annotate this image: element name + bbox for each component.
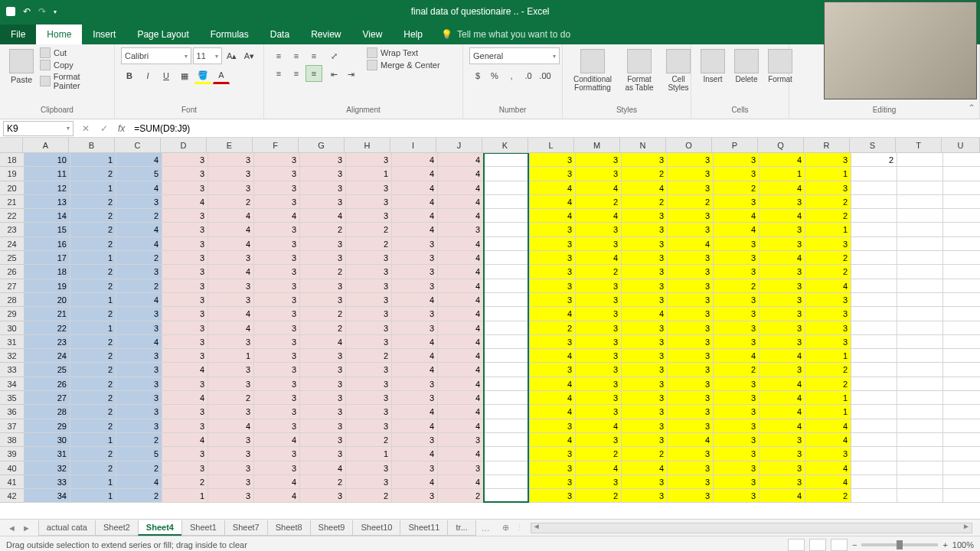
- cell[interactable]: 3: [760, 265, 805, 279]
- cell[interactable]: 3: [622, 489, 668, 503]
- cell[interactable]: 3: [208, 433, 254, 447]
- cancel-formula-icon[interactable]: ✕: [77, 123, 95, 134]
- cell[interactable]: [851, 433, 897, 447]
- cell[interactable]: 2: [346, 237, 392, 251]
- cell[interactable]: 3: [805, 335, 851, 349]
- cell[interactable]: 1: [70, 293, 116, 307]
- cell[interactable]: 3: [668, 475, 714, 489]
- cell[interactable]: 4: [300, 209, 346, 223]
- cell[interactable]: [943, 153, 980, 167]
- cell[interactable]: 3: [714, 461, 760, 475]
- cell[interactable]: 3: [208, 489, 254, 503]
- cell[interactable]: 3: [714, 405, 760, 419]
- cell[interactable]: [897, 279, 943, 293]
- cell[interactable]: 2: [70, 209, 116, 223]
- menu-view[interactable]: View: [352, 24, 394, 44]
- cell[interactable]: [943, 223, 980, 236]
- cell[interactable]: 3: [208, 377, 254, 391]
- cell[interactable]: 2: [116, 461, 162, 475]
- menu-file[interactable]: File: [0, 24, 36, 44]
- cell[interactable]: 3: [162, 307, 208, 321]
- delete-cells-button[interactable]: Delete: [731, 47, 762, 85]
- cell[interactable]: 3: [392, 321, 438, 335]
- cell[interactable]: 4: [162, 363, 208, 377]
- cell[interactable]: 2: [70, 307, 116, 321]
- cell[interactable]: 3: [714, 377, 760, 391]
- cell[interactable]: 3: [668, 251, 714, 265]
- next-sheet-icon[interactable]: ►: [22, 523, 31, 533]
- cell[interactable]: 4: [300, 461, 346, 475]
- cell[interactable]: 2: [346, 489, 392, 503]
- cell[interactable]: 4: [438, 405, 484, 419]
- cell[interactable]: 3: [668, 223, 714, 236]
- cell[interactable]: [851, 391, 897, 405]
- cell[interactable]: 3: [760, 363, 805, 377]
- cells-area[interactable]: 1014333334433333432112533331443323311121…: [24, 153, 980, 519]
- formula-input[interactable]: =SUM(D9:J9): [129, 123, 980, 134]
- cell[interactable]: 3: [116, 405, 162, 419]
- align-top-center[interactable]: ≡: [288, 47, 305, 64]
- cell[interactable]: 4: [668, 237, 714, 251]
- align-top-left[interactable]: ≡: [270, 47, 287, 64]
- cell[interactable]: 3: [162, 405, 208, 419]
- cell[interactable]: 3: [668, 209, 714, 223]
- decrease-decimal[interactable]: .00: [537, 67, 554, 84]
- cell[interactable]: 4: [530, 433, 576, 447]
- column-header[interactable]: F: [253, 138, 299, 153]
- cell[interactable]: 3: [346, 251, 392, 265]
- comma-button[interactable]: ,: [503, 67, 520, 84]
- row-header[interactable]: 37: [0, 419, 24, 433]
- cell[interactable]: 3: [254, 461, 300, 475]
- cell[interactable]: 2: [70, 419, 116, 433]
- cell[interactable]: [897, 223, 943, 236]
- cell[interactable]: 3: [254, 279, 300, 293]
- cell[interactable]: 3: [254, 321, 300, 335]
- number-format-dropdown[interactable]: General▾: [469, 47, 560, 64]
- zoom-thumb[interactable]: [897, 540, 903, 549]
- cell[interactable]: 2: [300, 307, 346, 321]
- cell[interactable]: 4: [392, 447, 438, 461]
- cell[interactable]: 3: [300, 405, 346, 419]
- cell[interactable]: 4: [576, 181, 622, 195]
- cell[interactable]: 3: [530, 153, 576, 167]
- cell[interactable]: 3: [438, 223, 484, 236]
- cell[interactable]: 17: [24, 251, 70, 265]
- cell[interactable]: 4: [438, 293, 484, 307]
- cell[interactable]: 2: [805, 209, 851, 223]
- cell[interactable]: [943, 475, 980, 489]
- column-header[interactable]: L: [528, 138, 574, 153]
- cell[interactable]: 3: [392, 461, 438, 475]
- zoom-out-icon[interactable]: −: [852, 540, 857, 549]
- cell[interactable]: 4: [438, 307, 484, 321]
- cell[interactable]: 4: [300, 335, 346, 349]
- cell[interactable]: 3: [300, 167, 346, 181]
- row-header[interactable]: 25: [0, 251, 24, 265]
- cell[interactable]: 1: [208, 349, 254, 363]
- cell[interactable]: [851, 279, 897, 293]
- cell[interactable]: 4: [438, 447, 484, 461]
- cell[interactable]: [851, 335, 897, 349]
- cell[interactable]: [851, 475, 897, 489]
- cell[interactable]: 4: [576, 461, 622, 475]
- cell[interactable]: [943, 321, 980, 335]
- cell[interactable]: 4: [805, 279, 851, 293]
- cell[interactable]: 3: [300, 349, 346, 363]
- cell[interactable]: 3: [300, 153, 346, 167]
- cell[interactable]: 3: [208, 447, 254, 461]
- cell[interactable]: 16: [24, 237, 70, 251]
- cell[interactable]: 3: [576, 405, 622, 419]
- tell-me-search[interactable]: 💡 Tell me what you want to do: [433, 24, 578, 44]
- cell[interactable]: 2: [714, 279, 760, 293]
- cell[interactable]: 4: [805, 461, 851, 475]
- cell[interactable]: 4: [254, 209, 300, 223]
- cell[interactable]: 1: [70, 433, 116, 447]
- cell[interactable]: 10: [24, 153, 70, 167]
- cell[interactable]: 2: [805, 363, 851, 377]
- cell[interactable]: 3: [208, 167, 254, 181]
- cell[interactable]: [943, 265, 980, 279]
- cell[interactable]: [897, 447, 943, 461]
- cell[interactable]: 3: [668, 181, 714, 195]
- column-header[interactable]: A: [23, 138, 69, 153]
- cell[interactable]: 3: [576, 293, 622, 307]
- cell[interactable]: 4: [162, 391, 208, 405]
